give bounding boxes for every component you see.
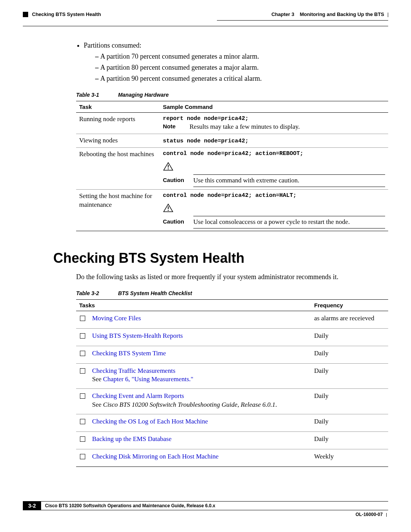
caution-icon (163, 162, 174, 171)
col-frequency: Frequency (311, 299, 388, 311)
task-link[interactable]: Checking Traffic Measurements (92, 367, 175, 374)
footer-doc-id: OL-16000-07 (355, 512, 382, 517)
table-row: Checking Disk Mirroring on Each Host Mac… (76, 449, 388, 467)
table-row: Viewing nodes status node node=prica42; (76, 134, 388, 148)
chapter-link[interactable]: Chapter 6, "Using Measurements." (103, 375, 193, 383)
checkbox[interactable] (80, 368, 85, 374)
page-footer: 3-2 Cisco BTS 10200 Softswitch Operation… (23, 501, 388, 517)
table-row: Setting the host machine for maintenance… (76, 189, 388, 231)
task-link[interactable]: Checking BTS System Time (92, 350, 166, 357)
task-link[interactable]: Using BTS System-Health Reports (92, 332, 183, 339)
header-section: Checking BTS System Health (32, 11, 101, 17)
section-intro: Do the following tasks as listed or more… (76, 273, 388, 281)
table-row: Checking BTS System Time Daily (76, 346, 388, 363)
checkbox[interactable] (80, 333, 85, 339)
caution-icon (163, 203, 174, 212)
table-row: Moving Core Files as alarms are receieve… (76, 311, 388, 328)
table-row: Checking the OS Log of Each Host Machine… (76, 414, 388, 432)
managing-hardware-table: Task Sample Command Running node reports… (76, 101, 388, 231)
col-sample-command: Sample Command (160, 101, 388, 113)
table-row: Checking Event and Alarm Reports See Cis… (76, 389, 388, 414)
partitions-list: Partitions consumed: A partition 70 perc… (76, 42, 388, 83)
task-link[interactable]: Checking Disk Mirroring on Each Host Mac… (92, 453, 218, 460)
running-header: Checking BTS System Health Chapter 3 Mon… (23, 11, 388, 17)
checkbox[interactable] (80, 436, 85, 442)
col-task: Task (76, 101, 160, 113)
header-chapter-label: Chapter 3 (271, 11, 294, 17)
svg-point-2 (168, 168, 169, 169)
table-row: Rebooting the host machines control node… (76, 148, 388, 189)
checkbox[interactable] (80, 316, 85, 321)
task-link[interactable]: Checking the OS Log of Each Host Machine (92, 418, 208, 425)
dash-item: A partition 70 percent consumed generate… (100, 53, 259, 60)
svg-point-5 (168, 210, 169, 211)
header-marker-icon (23, 12, 28, 17)
bullet-lead: Partitions consumed: (84, 42, 142, 49)
table-row: Checking Traffic Measurements See Chapte… (76, 363, 388, 389)
checkbox[interactable] (80, 351, 85, 356)
dash-item: A partition 80 percent consumed generate… (100, 64, 259, 71)
table2-caption: Table 3-2BTS System Health Checklist (76, 290, 388, 296)
task-link[interactable]: Checking Event and Alarm Reports (92, 392, 184, 399)
table-row: Running node reports report node node=pr… (76, 113, 388, 134)
checkbox[interactable] (80, 393, 85, 399)
footer-book-title: Cisco BTS 10200 Softswitch Operations an… (41, 501, 388, 510)
health-checklist-table: Tasks Frequency Moving Core Files as ala… (76, 299, 388, 467)
table-row: Backing up the EMS Database Daily (76, 432, 388, 449)
table1-caption: Table 3-1Managing Hardware (76, 92, 388, 98)
checkbox[interactable] (80, 419, 85, 424)
page-number: 3-2 (23, 501, 41, 510)
checkbox[interactable] (80, 454, 85, 459)
section-heading: Checking BTS System Health (53, 250, 388, 266)
header-chapter-title: Monitoring and Backing Up the BTS (300, 11, 384, 17)
task-link[interactable]: Moving Core Files (92, 315, 141, 322)
col-tasks: Tasks (76, 299, 311, 311)
table-row: Using BTS System-Health Reports Daily (76, 328, 388, 346)
dash-item: A partition 90 percent consumed generate… (100, 75, 262, 82)
task-link[interactable]: Backing up the EMS Database (92, 435, 172, 443)
